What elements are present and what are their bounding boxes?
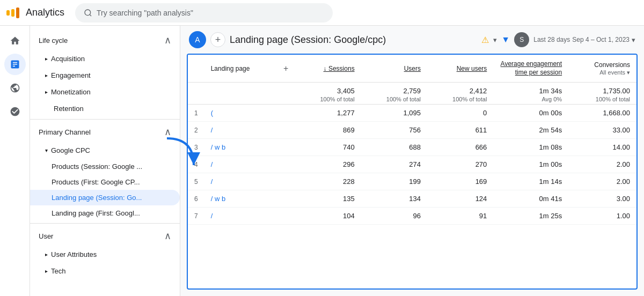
- products-first-label: Products (First: Google CP...: [52, 178, 140, 186]
- row-sessions: 1,277: [295, 105, 361, 122]
- row-empty: [277, 105, 295, 122]
- row-new-users: 270: [427, 156, 493, 173]
- sidebar-item-user-attributes[interactable]: ▸ User Attributes: [30, 246, 180, 263]
- add-button[interactable]: +: [210, 32, 225, 47]
- products-session-label: Products (Session: Google ...: [52, 162, 142, 171]
- svg-line-1: [90, 14, 91, 16]
- row-page: / w b: [204, 190, 277, 208]
- sidebar-item-tech[interactable]: ▸ Tech: [30, 263, 180, 279]
- google-cpc-label: Google CPC: [51, 146, 90, 154]
- monetization-label: Monetization: [51, 88, 91, 96]
- content-header: A + Landing page (Session: Google/cpc) ⚠…: [180, 26, 644, 54]
- sidebar-item-products-session[interactable]: Products (Session: Google ...: [30, 159, 180, 174]
- row-page: /: [204, 173, 277, 190]
- row-new-users: 611: [427, 122, 493, 139]
- total-empty-2: [204, 83, 277, 105]
- row-avg-time: 0m 41s: [493, 190, 568, 208]
- row-sessions: 869: [295, 122, 361, 139]
- row-num: 2: [188, 122, 204, 139]
- sidebar-item-landing-first[interactable]: Landing page (First: Googl...: [30, 205, 180, 221]
- table-row: 5 / 228 199 169 1m 14s 2.00: [188, 173, 636, 190]
- total-conversions: 1,735.00 100% of total: [568, 83, 636, 105]
- total-avg-time: 1m 34s Avg 0%: [493, 83, 568, 105]
- sidebar-item-products-first[interactable]: Products (First: Google CP...: [30, 174, 180, 190]
- total-empty-1: [188, 83, 204, 105]
- row-empty: [277, 190, 295, 208]
- sidebar-item-engagement[interactable]: ▸ Engagement: [30, 67, 180, 84]
- lifecycle-section-header[interactable]: Life cycle ∧: [30, 30, 180, 50]
- col-header-conversions[interactable]: ConversionsAll events ▾: [568, 55, 636, 83]
- content-wrapper: Life cycle ∧ ▸ Acquisition ▸ Engagement …: [30, 26, 644, 296]
- row-conversions: 3.00: [568, 190, 636, 208]
- sidebar-item-landing-session[interactable]: Landing page (Session: Go...: [30, 190, 180, 205]
- row-conversions: 14.00: [568, 139, 636, 156]
- user-attributes-label: User Attributes: [51, 250, 97, 258]
- row-conversions: 1.00: [568, 208, 636, 225]
- row-empty: [277, 208, 295, 225]
- row-avg-time: 1m 25s: [493, 208, 568, 225]
- data-table: Landing page + ↓ Sessions Users New user…: [188, 55, 636, 225]
- row-page: /: [204, 156, 277, 173]
- total-users: 2,759 100% of total: [361, 83, 427, 105]
- explore-nav-icon[interactable]: [4, 77, 26, 99]
- row-sessions: 228: [295, 173, 361, 190]
- total-new-users: 2,412 100% of total: [427, 83, 493, 105]
- row-sessions: 296: [295, 156, 361, 173]
- search-placeholder: Try searching "path analysis": [97, 9, 193, 17]
- row-sessions: 740: [295, 139, 361, 156]
- row-empty: [277, 173, 295, 190]
- tech-label: Tech: [51, 267, 65, 275]
- left-nav: [0, 26, 30, 296]
- col-header-new-users[interactable]: New users: [427, 55, 493, 83]
- landing-session-label: Landing page (Session: Go...: [52, 194, 142, 202]
- app-title: Analytics: [26, 7, 64, 18]
- date-range: Last 28 days Sep 4 – Oct 1, 2023 ▾: [533, 36, 635, 44]
- reports-nav-icon[interactable]: [4, 54, 26, 75]
- bullet: ▸: [45, 268, 48, 274]
- col-header-sessions[interactable]: ↓ Sessions: [295, 55, 361, 83]
- sidebar-item-google-cpc[interactable]: ▾ Google CPC: [30, 142, 180, 159]
- row-users: 1,095: [361, 105, 427, 122]
- row-page: / w b: [204, 139, 277, 156]
- user-label: User: [39, 232, 53, 240]
- primary-channel-section-header[interactable]: Primary Channel ∧: [30, 122, 180, 142]
- row-users: 756: [361, 122, 427, 139]
- row-new-users: 666: [427, 139, 493, 156]
- main-content: A + Landing page (Session: Google/cpc) ⚠…: [180, 26, 644, 296]
- col-header-users[interactable]: Users: [361, 55, 427, 83]
- advertising-nav-icon[interactable]: [4, 101, 26, 122]
- row-new-users: 124: [427, 190, 493, 208]
- lifecycle-chevron: ∧: [164, 34, 171, 46]
- row-avg-time: 1m 08s: [493, 139, 568, 156]
- row-users: 134: [361, 190, 427, 208]
- home-nav-icon[interactable]: [4, 30, 26, 51]
- row-users: 96: [361, 208, 427, 225]
- sidebar-item-retention[interactable]: Retention: [30, 100, 180, 117]
- table-row: 1 ( 1,277 1,095 0 0m 00s 1,668.00: [188, 105, 636, 122]
- row-num: 1: [188, 105, 204, 122]
- sidebar-item-monetization[interactable]: ▸ Monetization: [30, 84, 180, 100]
- row-empty: [277, 156, 295, 173]
- user-badge: S: [514, 32, 529, 47]
- title-dropdown-button[interactable]: ▾: [493, 36, 497, 44]
- add-column-icon[interactable]: +: [283, 64, 288, 73]
- user-chevron: ∧: [164, 230, 171, 242]
- col-header-avg-time[interactable]: Average engagement time per session: [493, 55, 568, 83]
- acquisition-label: Acquisition: [51, 55, 85, 63]
- expand-icon: ▾: [45, 147, 48, 153]
- sidebar-item-acquisition[interactable]: ▸ Acquisition: [30, 50, 180, 67]
- user-section-header[interactable]: User ∧: [30, 226, 180, 246]
- row-conversions: 2.00: [568, 156, 636, 173]
- filter-icon: ▼: [501, 35, 510, 45]
- date-range-dropdown[interactable]: ▾: [632, 36, 635, 44]
- row-empty: [277, 139, 295, 156]
- search-bar[interactable]: Try searching "path analysis": [75, 3, 333, 23]
- row-users: 688: [361, 139, 427, 156]
- topbar: Analytics Try searching "path analysis": [0, 0, 644, 26]
- total-empty-3: [277, 83, 295, 105]
- row-conversions: 33.00: [568, 122, 636, 139]
- col-header-add[interactable]: +: [277, 55, 295, 83]
- search-icon: [84, 9, 92, 17]
- row-page: (: [204, 105, 277, 122]
- lifecycle-label: Life cycle: [39, 36, 68, 45]
